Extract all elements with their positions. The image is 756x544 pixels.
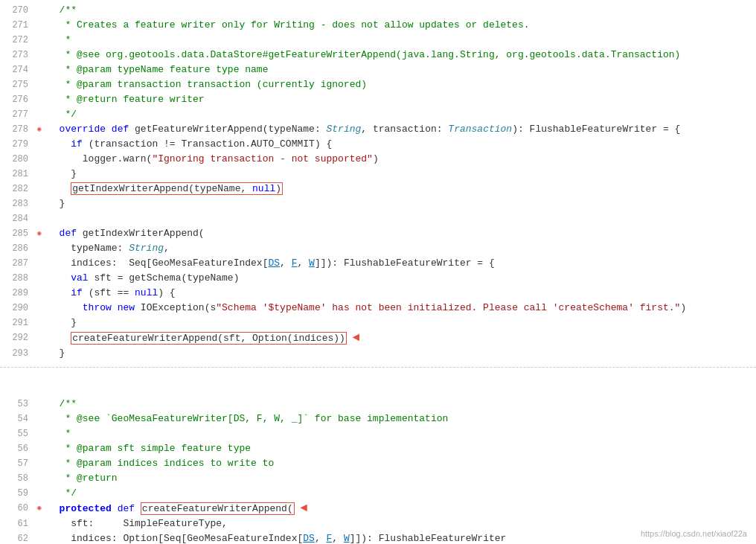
boxed-call-1: getIndexWriterAppend(typeName, null) xyxy=(71,182,283,195)
code-section-1: 270 /** 271 * Creates a feature writer o… xyxy=(0,0,756,364)
line-277: 277 */ xyxy=(0,107,756,122)
arrow-2: ◄ xyxy=(353,331,360,345)
line-280: 280 logger.warn("Ignoring transaction - … xyxy=(0,152,756,167)
line-293: 293 } xyxy=(0,346,756,361)
line-55: 55 * xyxy=(0,426,756,441)
arrow-3: ◄ xyxy=(301,502,308,515)
line-272: 272 * xyxy=(0,33,756,48)
line-274: 274 * @param typeName feature type name xyxy=(0,63,756,77)
line-292: 292 createFeatureWriterAppend(sft, Optio… xyxy=(0,330,756,346)
line-285: 285 ◉ def getIndexWriterAppend( xyxy=(0,226,756,241)
creates-text: Creates xyxy=(77,19,118,31)
line-59: 59 */ xyxy=(0,486,756,501)
line-281: 281 } xyxy=(0,167,756,182)
line-283: 283 } xyxy=(0,196,756,211)
line-278: 278 ◉ override def getFeatureWriterAppen… xyxy=(0,122,756,137)
watermark: https://blog.csdn.net/xiaof22a xyxy=(641,529,747,538)
line-60: 60 ◉ protected def createFeatureWriterAp… xyxy=(0,501,756,516)
line-54: 54 * @see `GeoMesaFeatureWriter[DS, F, W… xyxy=(0,412,756,426)
line-273: 273 * @see org.geotools.data.DataStore#g… xyxy=(0,48,756,63)
line-291: 291 } xyxy=(0,316,756,330)
line-282: 282 getIndexWriterAppend(typeName, null) xyxy=(0,182,756,196)
line-271: 271 * Creates a feature writer only for … xyxy=(0,18,756,33)
line-288: 288 val sft = getSchema(typeName) xyxy=(0,271,756,286)
line-58: 58 * @return xyxy=(0,471,756,486)
line-57: 57 * @param indices indices to write to xyxy=(0,456,756,471)
line-270: 270 /** xyxy=(0,3,756,18)
line-56: 56 * @param sft simple feature type xyxy=(0,441,756,456)
line-290: 290 throw new IOException(s"Schema '$typ… xyxy=(0,301,756,316)
boxed-call-2: createFeatureWriterAppend(sft, Option(in… xyxy=(71,332,347,345)
section-divider xyxy=(0,367,756,376)
line-286: 286 typeName: String, xyxy=(0,241,756,256)
line-287: 287 indices: Seq[GeoMesaFeatureIndex[DS,… xyxy=(0,256,756,271)
line-289: 289 if (sft == null) { xyxy=(0,286,756,301)
writing-text: Writing xyxy=(274,19,315,31)
line-284: 284 xyxy=(0,211,756,226)
code-section-2: 53 /** 54 * @see `GeoMesaFeatureWriter[D… xyxy=(0,394,756,544)
boxed-call-3: createFeatureWriterAppend( xyxy=(141,502,295,515)
line-275: 275 * @param transaction transaction (cu… xyxy=(0,77,756,92)
section-gap xyxy=(0,379,756,394)
line-53: 53 /** xyxy=(0,397,756,412)
code-container: 270 /** 271 * Creates a feature writer o… xyxy=(0,0,756,544)
line-279: 279 if (transaction != Transaction.AUTO_… xyxy=(0,137,756,152)
line-276: 276 * @return feature writer xyxy=(0,92,756,107)
